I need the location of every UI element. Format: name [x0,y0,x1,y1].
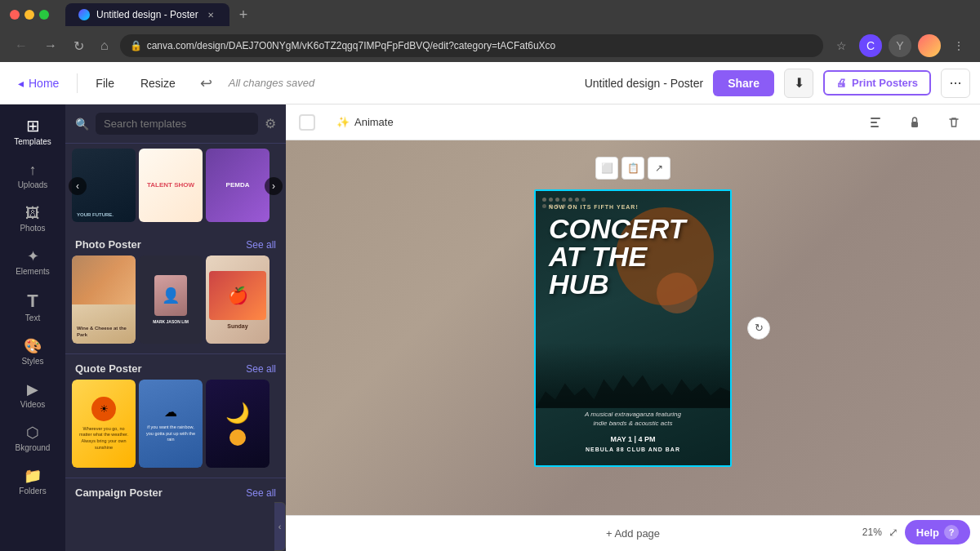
home-button[interactable]: ◂ Home [10,72,67,95]
home-nav-button[interactable]: ⌂ [96,35,114,56]
help-button[interactable]: Help ? [905,520,970,544]
uploads-icon: ↑ [29,162,37,177]
sidebar-item-photos[interactable]: 🖼 Photos [0,199,65,239]
file-button[interactable]: File [87,72,122,95]
background-label: Bkground [16,443,51,452]
poster-description: A musical extravaganza featuring indie b… [549,410,717,428]
templates-label: Templates [14,137,51,146]
user-avatar[interactable] [918,34,941,57]
app-body: ⊞ Templates ↑ Uploads 🖼 Photos ✦ Element… [0,104,980,551]
poster-wrapper: NOW ON ITS FIFTH YEAR! CONCERT AT THE HU… [534,189,732,467]
quote-card-1-text: Wherever you go, no matter what the weat… [78,426,129,451]
uploads-label: Uploads [18,180,48,189]
minimize-button[interactable] [24,10,34,20]
duplicate-icon[interactable]: ⬜ [595,157,618,180]
traffic-lights [10,10,49,20]
carousel-inner: YOUR FUTURE. TALENT SHOW PEMDA [65,144,286,229]
photos-label: Photos [20,224,45,233]
text-icon: T [27,292,38,310]
back-button[interactable]: ← [10,35,33,56]
canvas-content[interactable]: ⬜ 📋 ↗ ↻ [286,140,980,515]
sidebar-item-elements[interactable]: ✦ Elements [0,242,65,282]
download-button[interactable]: ⬇ [784,69,813,98]
search-input[interactable] [96,113,258,135]
tab-close-button[interactable]: ✕ [205,9,216,20]
sidebar-item-styles[interactable]: 🎨 Styles [0,332,65,372]
carousel-item[interactable]: TALENT SHOW [139,149,203,222]
delete-button[interactable] [941,109,967,136]
star-icon[interactable]: ☆ [830,34,853,57]
quote-poster-card-2[interactable]: ☁ if you want the rainbow, you gotta put… [139,380,203,468]
browser-extension-icon[interactable]: Y [889,34,911,57]
photo-poster-card-2[interactable]: 👤 MARK JASON LIM [139,256,203,344]
svg-rect-1 [871,122,877,123]
photo-poster-see-all[interactable]: See all [246,239,276,251]
sidebar-item-folders[interactable]: 📁 Folders [0,462,65,502]
print-button[interactable]: 🖨 Print Posters [823,70,931,96]
app-topbar: ◂ Home File Resize ↩ All changes saved U… [0,62,980,104]
svg-rect-0 [871,118,880,119]
templates-scroll[interactable]: YOUR FUTURE. TALENT SHOW PEMDA › [65,144,286,502]
new-tab-button[interactable]: + [233,7,255,24]
share-button[interactable]: Share [713,70,774,96]
forward-button[interactable]: → [39,35,62,56]
campaign-poster-see-all[interactable]: See all [246,487,276,499]
trash-icon [947,116,960,129]
carousel-item[interactable]: PEMDA [206,149,270,222]
photo-poster-card-3[interactable]: 🍎 Sunday [206,256,270,344]
poster-title-line3: HUB [549,270,717,298]
carousel-next-button[interactable]: › [265,177,283,195]
tab-bar: Untitled design - Poster ✕ + [65,3,970,26]
canva-app: ◂ Home File Resize ↩ All changes saved U… [0,62,980,551]
quote-poster-header: Quote Poster See all [65,356,286,380]
toolbar-actions: ☆ C Y ⋮ [830,34,970,57]
canva-extension-icon[interactable]: C [859,34,882,57]
sidebar-item-text[interactable]: T Text [0,286,65,329]
photo-poster-card-1[interactable]: Wine & Cheese at the Park [72,256,136,344]
animate-button[interactable]: ✨ Animate [328,111,402,133]
sidebar-item-background[interactable]: ⬡ Bkground [0,419,65,459]
refresh-button[interactable]: ↻ [69,35,89,57]
folders-label: Folders [19,487,46,495]
address-bar[interactable]: 🔒 canva.com/design/DAEJ7O0NYgM/vK6oTZ2qg… [120,34,823,57]
quote-poster-see-all[interactable]: See all [246,363,276,375]
background-icon: ⬡ [26,425,39,440]
quote-poster-card-3[interactable]: 🌙 [206,380,270,468]
saved-status: All changes saved [229,77,315,89]
expand-icon[interactable]: ↗ [648,157,670,180]
tab-title: Untitled design - Poster [96,9,198,20]
animate-bar: ✨ Animate [286,104,980,140]
align-button[interactable] [862,109,889,136]
sidebar-item-uploads[interactable]: ↑ Uploads [0,156,65,196]
more-options-button[interactable]: ··· [941,69,970,98]
panel-collapse-button[interactable]: ‹ [274,502,286,551]
sidebar-item-templates[interactable]: ⊞ Templates [0,111,65,153]
sidebar-item-videos[interactable]: ▶ Videos [0,375,65,415]
poster-content: NOW ON ITS FIFTH YEAR! CONCERT AT THE HU… [536,191,730,465]
close-button[interactable] [10,10,20,20]
photo-poster-grid: Wine & Cheese at the Park 👤 MARK JASON L… [65,256,286,350]
resize-button[interactable]: Resize [132,72,184,95]
filter-icon[interactable]: ⚙ [265,116,276,131]
select-all-checkbox[interactable] [299,114,315,131]
add-page-button[interactable]: + Add page [606,527,660,540]
undo-button[interactable]: ↩ [194,71,219,96]
active-tab[interactable]: Untitled design - Poster ✕ [65,3,229,26]
quote-poster-card-1[interactable]: ☀ Wherever you go, no matter what the we… [72,380,136,468]
align-icon [869,116,882,129]
refresh-button[interactable]: ↻ [747,317,770,340]
svg-rect-2 [871,126,879,127]
tab-favicon [78,9,90,20]
poster-canvas[interactable]: NOW ON ITS FIFTH YEAR! CONCERT AT THE HU… [534,189,732,467]
fullscreen-button[interactable]: ⤢ [889,526,898,539]
campaign-poster-title: Campaign Poster [75,487,163,499]
copy-icon[interactable]: 📋 [621,157,644,180]
help-label: Help [916,527,939,539]
quote-card-3-text: 🌙 [225,402,250,424]
maximize-button[interactable] [39,10,49,20]
poster-title-line2: AT THE [549,242,717,270]
browser-menu-icon[interactable]: ⋮ [947,34,970,57]
photo-card-3-label: Sunday [227,323,247,329]
carousel-prev-button[interactable]: ‹ [69,177,87,195]
lock-button[interactable] [902,109,928,136]
